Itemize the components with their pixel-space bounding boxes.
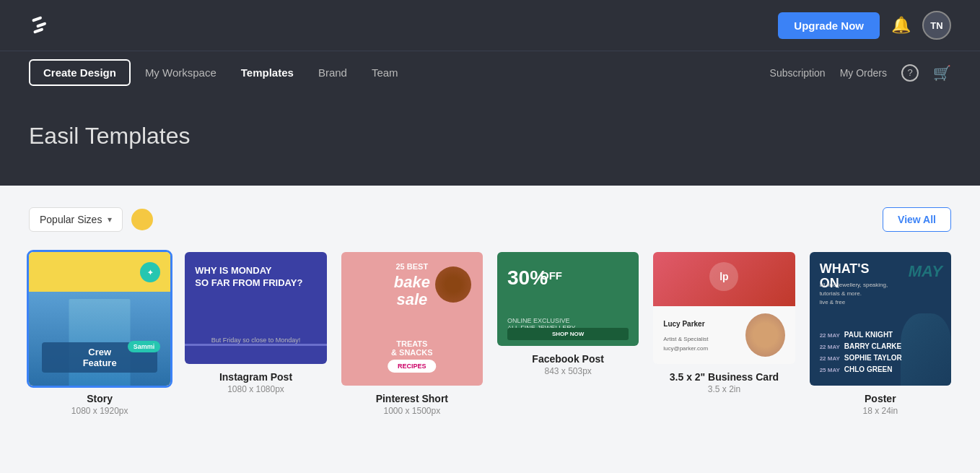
template-name-facebook: Facebook Post [532,353,604,365]
pin-cookie-image [435,266,471,303]
avatar[interactable]: TN [922,11,951,40]
popular-sizes-label: Popular Sizes [40,214,102,225]
template-item-pinterest: 25 BEST bakesale TREATS& SNACKS RECIPES … [341,252,483,416]
poster-artist-3: 22 MAYSOPHIE TAYLOR [820,352,902,364]
header-right: Upgrade Now 🔔 TN [778,11,951,40]
template-thumb-business-card[interactable]: lp Lucy Parker Artist & Specialistlucy@p… [653,252,795,364]
svg-rect-1 [36,22,47,28]
pin-button: RECIPES [388,360,437,373]
nav-item-team[interactable]: Team [362,61,408,84]
pin-sub: TREATS& SNACKS [341,339,483,357]
template-size-story: 1080 x 1920px [71,406,128,416]
template-size-instagram: 1080 x 1080px [227,384,284,394]
story-dot-icon: ✦ [140,262,160,282]
svg-rect-0 [32,16,43,22]
template-thumb-story[interactable]: ✦ CrewFeature Sammi [29,252,170,386]
toolbar: Popular Sizes ▾ View All [29,207,951,232]
nav-right: Subscription My Orders ? 🛒 [770,64,951,82]
template-name-story: Story [87,393,113,404]
template-name-pinterest: Pinterest Short [376,393,448,404]
filter-dot-button[interactable] [131,209,153,230]
navbar: Create Design My Workspace Templates Bra… [0,51,980,94]
bc-top-area: lp [653,252,795,306]
poster-lineup: 22 MAYPAUL KNIGHT 22 MAYBARRY CLARKE 22 … [820,329,902,376]
bc-person-image [745,313,785,357]
template-thumb-facebook[interactable]: 30% OFF ONLINE EXCLUSIVEALL FINE JEWELLE… [497,252,639,346]
fb-cta: SHOP NOW [507,328,629,340]
bc-detail: Artist & Specialistlucy@parker.com [663,335,708,354]
ig-text: Why is Mondayso far from Friday? [195,265,316,290]
nav-item-brand[interactable]: Brand [308,61,357,84]
help-icon: ? [901,64,919,82]
template-name-business-card: 3.5 x 2" Business Card [670,371,779,383]
template-item-poster: WHAT'SON MAY all fine jewellery, speakin… [810,252,951,416]
create-design-button[interactable]: Create Design [29,59,131,86]
bell-icon: 🔔 [891,16,911,35]
template-item-story: ✦ CrewFeature Sammi Story 1080 x 1920px [29,252,170,416]
nav-item-my-workspace[interactable]: My Workspace [135,61,227,84]
template-size-poster: 18 x 24in [862,406,898,416]
template-thumb-instagram[interactable]: Why is Mondayso far from Friday? But Fri… [185,252,326,364]
content-section: Popular Sizes ▾ View All ✦ CrewFeature S… [0,186,980,473]
toolbar-left: Popular Sizes ▾ [29,207,153,232]
template-item-business-card: lp Lucy Parker Artist & Specialistlucy@p… [653,252,795,394]
template-size-facebook: 843 x 503px [544,366,591,376]
page-title: Easil Templates [29,123,951,149]
logo[interactable] [29,12,55,38]
poster-subtitle: MAY [909,262,942,281]
cart-icon: 🛒 [933,64,951,82]
bc-logo: lp [709,262,738,291]
view-all-button[interactable]: View All [883,207,951,232]
chevron-down-icon: ▾ [108,214,112,225]
template-name-poster: Poster [865,393,896,404]
poster-artist-1: 22 MAYPAUL KNIGHT [820,329,902,341]
template-name-instagram: Instagram Post [219,371,292,383]
poster-artist-4: 25 MAYCHLO GREEN [820,364,902,376]
fb-off: OFF [541,269,562,282]
ig-wavy-decoration [185,344,326,357]
template-size-pinterest: 1000 x 1500px [383,406,440,416]
poster-on: all fine jewellery, speaking,tutorials &… [820,281,941,307]
my-orders-link[interactable]: My Orders [840,67,887,79]
hero-section: Easil Templates [0,94,980,186]
story-tag: Sammi [128,341,161,352]
svg-rect-2 [33,27,44,34]
template-thumb-pinterest[interactable]: 25 BEST bakesale TREATS& SNACKS RECIPES [341,252,483,386]
header: Upgrade Now 🔔 TN [0,0,980,51]
upgrade-button[interactable]: Upgrade Now [778,12,880,39]
cart-button[interactable]: 🛒 [933,64,951,82]
notification-bell-button[interactable]: 🔔 [891,16,911,35]
help-button[interactable]: ? [901,64,919,82]
nav-item-templates[interactable]: Templates [231,61,304,84]
poster-guitar-decoration [901,313,951,386]
subscription-link[interactable]: Subscription [770,67,826,79]
template-item-instagram: Why is Mondayso far from Friday? But Fri… [185,252,326,394]
template-grid: ✦ CrewFeature Sammi Story 1080 x 1920px … [29,252,951,416]
popular-sizes-button[interactable]: Popular Sizes ▾ [29,207,123,232]
nav-left: Create Design My Workspace Templates Bra… [29,59,408,86]
header-left [29,12,55,38]
template-item-facebook: 30% OFF ONLINE EXCLUSIVEALL FINE JEWELLE… [497,252,639,376]
poster-artist-2: 22 MAYBARRY CLARKE [820,341,902,352]
bc-name: Lucy Parker [663,320,704,328]
template-thumb-poster[interactable]: WHAT'SON MAY all fine jewellery, speakin… [810,252,951,386]
template-size-business-card: 3.5 x 2in [708,384,740,394]
ig-subtext: But Friday so close to Monday! [195,337,316,344]
